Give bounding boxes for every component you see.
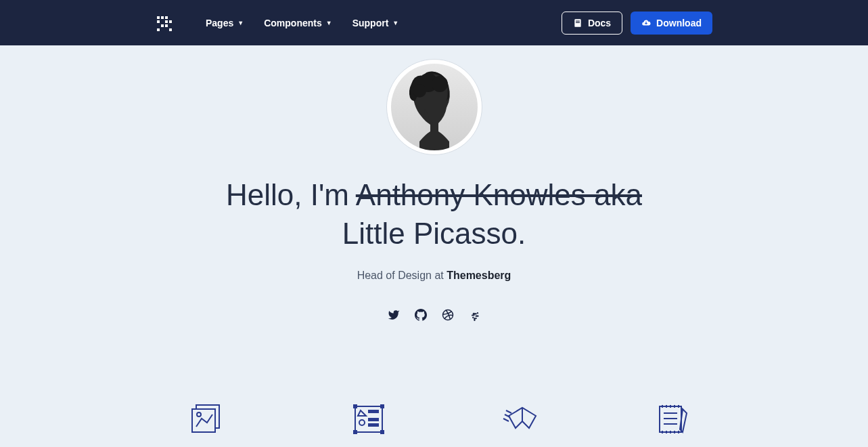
product-design-icon — [188, 402, 229, 436]
svg-rect-23 — [369, 410, 378, 412]
svg-point-11 — [432, 76, 448, 92]
display-name: Little Picasso. — [342, 217, 526, 250]
skill-product-design: Product Design — [164, 402, 254, 447]
prototyping-icon — [348, 402, 389, 436]
nav-components[interactable]: Components ▼ — [264, 18, 332, 28]
skill-development: Development — [484, 402, 561, 447]
cloud-download-icon — [641, 18, 651, 28]
strike-name: Anthony Knowles aka — [356, 178, 642, 211]
nav-item-label: Pages — [206, 18, 233, 28]
development-icon — [502, 402, 543, 436]
hero-subtitle: Head of Design at Themesberg — [14, 270, 854, 282]
svg-rect-3 — [157, 20, 160, 23]
svg-marker-22 — [358, 410, 366, 416]
navbar-left: Pages ▼ Components ▼ Support ▼ — [156, 15, 398, 31]
subtitle-prefix: Head of Design at — [357, 270, 447, 281]
skills-section: Product Design Prototyping — [0, 362, 868, 447]
svg-rect-21 — [381, 431, 384, 433]
svg-rect-6 — [161, 24, 164, 27]
hero-section: Hello, I'm Anthony Knowles aka Little Pi… — [0, 45, 868, 362]
navbar-right: Docs Download — [562, 12, 712, 35]
svg-rect-8 — [157, 28, 160, 31]
github-icon[interactable] — [415, 309, 427, 321]
nav-support[interactable]: Support ▼ — [352, 18, 399, 28]
avatar — [386, 59, 482, 155]
svg-rect-2 — [165, 16, 168, 19]
greeting-text: Hello, I'm — [226, 178, 356, 211]
svg-rect-26 — [369, 424, 378, 426]
chevron-down-icon: ▼ — [392, 20, 398, 26]
nav-pages[interactable]: Pages ▼ — [206, 18, 244, 28]
svg-rect-4 — [165, 20, 168, 23]
nav-item-label: Components — [264, 18, 322, 28]
dribbble-icon[interactable] — [442, 309, 454, 321]
brand-logo-icon[interactable] — [156, 15, 172, 31]
svg-rect-19 — [381, 405, 384, 408]
docs-label: Docs — [588, 18, 611, 28]
svg-point-24 — [359, 420, 365, 425]
svg-rect-25 — [369, 419, 378, 421]
nav-item-label: Support — [352, 18, 389, 28]
docs-button[interactable]: Docs — [562, 12, 622, 35]
svg-line-28 — [506, 410, 511, 413]
social-links — [14, 309, 854, 321]
svg-rect-1 — [161, 16, 164, 19]
navbar: Pages ▼ Components ▼ Support ▼ Docs Down… — [0, 0, 868, 45]
svg-rect-7 — [165, 24, 168, 27]
svg-rect-9 — [169, 28, 172, 31]
avatar-image — [391, 64, 478, 150]
svg-point-12 — [413, 84, 426, 98]
svg-rect-18 — [354, 405, 357, 408]
download-label: Download — [656, 18, 702, 28]
svg-line-30 — [503, 419, 509, 421]
svg-rect-5 — [169, 20, 172, 23]
svg-rect-20 — [354, 431, 357, 433]
subtitle-company: Themesberg — [447, 270, 511, 281]
chevron-down-icon: ▼ — [237, 20, 244, 26]
svg-rect-0 — [157, 16, 160, 19]
skill-team-lead: Team Lead — [642, 402, 705, 447]
book-icon — [573, 18, 583, 28]
twitter-icon[interactable] — [388, 309, 400, 321]
download-button[interactable]: Download — [631, 12, 712, 35]
team-lead-icon — [653, 402, 693, 436]
skill-prototyping: Prototyping — [335, 402, 403, 447]
chevron-down-icon: ▼ — [326, 20, 332, 26]
hero-headline: Hello, I'm Anthony Knowles aka Little Pi… — [198, 175, 671, 253]
slack-icon[interactable] — [469, 309, 481, 321]
